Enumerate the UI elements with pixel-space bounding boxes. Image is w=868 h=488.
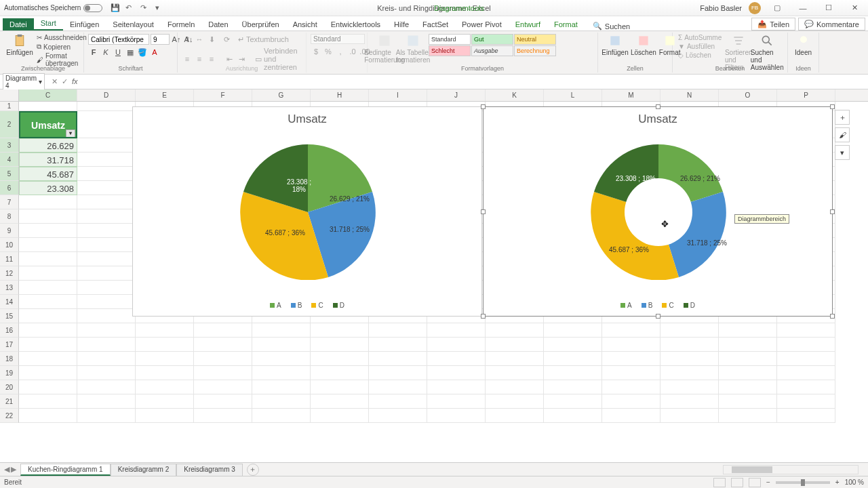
cell[interactable] <box>19 266 77 281</box>
font-name-select[interactable] <box>88 34 149 45</box>
resize-handle[interactable] <box>830 104 835 109</box>
cell[interactable] <box>19 323 77 338</box>
cell[interactable] <box>719 394 777 409</box>
cell[interactable] <box>544 366 602 380</box>
cell[interactable] <box>77 352 136 366</box>
comma-button[interactable]: , <box>335 46 346 57</box>
fill-color-button[interactable]: 🪣 <box>137 47 148 58</box>
cell[interactable] <box>19 352 77 366</box>
cell[interactable] <box>486 409 544 423</box>
page-layout-view-button[interactable] <box>731 478 743 487</box>
cell[interactable] <box>369 380 427 394</box>
chart-filters-button[interactable]: ▾ <box>835 145 850 160</box>
insert-cells-button[interactable]: Einfügen <box>602 34 628 56</box>
add-sheet-button[interactable]: ＋ <box>247 464 259 476</box>
resize-handle[interactable] <box>830 209 835 214</box>
resize-handle[interactable] <box>481 209 486 214</box>
col-header[interactable]: N <box>660 89 719 101</box>
cell[interactable] <box>427 352 486 366</box>
minimize-button[interactable]: — <box>793 4 812 12</box>
sheet-next-button[interactable]: ▶ <box>11 465 16 474</box>
cell[interactable] <box>77 323 136 338</box>
row-header[interactable]: 20 <box>0 380 19 394</box>
resize-handle[interactable] <box>656 104 660 109</box>
cell[interactable] <box>19 309 77 323</box>
cell[interactable] <box>486 394 544 409</box>
cell[interactable] <box>602 380 660 394</box>
cell[interactable] <box>311 338 369 352</box>
paste-button[interactable]: Einfügen <box>7 34 33 56</box>
cell[interactable] <box>369 352 427 366</box>
col-header[interactable]: D <box>77 89 136 101</box>
cell[interactable] <box>544 323 602 338</box>
row-header[interactable]: 1 <box>0 102 19 111</box>
col-header[interactable]: G <box>252 89 311 101</box>
style-schlecht[interactable]: Schlecht <box>429 45 471 56</box>
col-header[interactable]: F <box>194 89 252 101</box>
fx-button[interactable]: fx <box>72 77 78 86</box>
qat-custom-icon[interactable]: ▾ <box>155 3 165 13</box>
percent-button[interactable]: % <box>323 46 334 57</box>
cell[interactable] <box>660 409 719 423</box>
align-right-button[interactable]: ≡ <box>206 54 217 64</box>
cell[interactable] <box>19 394 77 409</box>
orientation-button[interactable]: ⟳ <box>224 35 230 44</box>
chart-elements-button[interactable]: ＋ <box>835 110 850 125</box>
cell[interactable] <box>369 394 427 409</box>
cell[interactable] <box>486 352 544 366</box>
italic-button[interactable]: K <box>100 47 111 58</box>
cell[interactable] <box>77 338 136 352</box>
row-header[interactable]: 17 <box>0 338 19 352</box>
col-header[interactable]: I <box>369 89 427 101</box>
cell[interactable] <box>77 111 136 138</box>
cell[interactable] <box>194 352 252 366</box>
increase-decimal-button[interactable]: .0 <box>347 46 358 57</box>
copy-button[interactable]: ⧉Kopieren <box>35 43 88 51</box>
share-button[interactable]: 📤Teilen <box>751 18 795 30</box>
cell[interactable] <box>427 380 486 394</box>
sheet-tab[interactable]: Kuchen-Ringdiagramm 1 <box>20 464 111 476</box>
avatar[interactable]: FB <box>749 2 761 14</box>
style-neutral[interactable]: Neutral <box>514 34 556 45</box>
col-header[interactable]: M <box>602 89 660 101</box>
increase-indent-button[interactable]: ⇥ <box>236 54 247 64</box>
autosum-button[interactable]: ΣAutoSumme <box>677 34 723 41</box>
border-button[interactable]: ▦ <box>125 47 136 58</box>
cell[interactable] <box>194 366 252 380</box>
cell[interactable] <box>427 366 486 380</box>
save-icon[interactable]: 💾 <box>111 3 120 13</box>
style-ausgabe[interactable]: Ausgabe <box>471 45 513 56</box>
style-gut[interactable]: Gut <box>471 34 513 45</box>
cell[interactable] <box>602 409 660 423</box>
cell[interactable]: Umsatz <box>19 111 77 138</box>
cell[interactable] <box>19 209 77 224</box>
col-header[interactable]: L <box>544 89 602 101</box>
cell[interactable] <box>77 152 136 167</box>
tab-ueberpruefen[interactable]: Überprüfen <box>235 18 286 30</box>
cell[interactable] <box>660 366 719 380</box>
select-all-triangle[interactable] <box>0 89 19 101</box>
cell[interactable]: 45.687 <box>19 167 77 181</box>
cell[interactable] <box>311 352 369 366</box>
cell[interactable] <box>77 281 136 295</box>
row-header[interactable]: 11 <box>0 252 19 266</box>
row-header[interactable]: 12 <box>0 266 19 281</box>
cell[interactable] <box>19 409 77 423</box>
clear-button[interactable]: ◇Löschen <box>677 52 723 59</box>
cell[interactable] <box>77 224 136 238</box>
chart-styles-button[interactable]: 🖌 <box>835 127 850 142</box>
row-header[interactable]: 18 <box>0 352 19 366</box>
number-format-select[interactable] <box>311 34 365 44</box>
tab-einfuegen[interactable]: Einfügen <box>63 18 106 30</box>
cell[interactable] <box>660 352 719 366</box>
cell[interactable] <box>660 394 719 409</box>
user-name[interactable]: Fabio Basler <box>700 4 742 12</box>
cell[interactable] <box>77 209 136 224</box>
row-header[interactable]: 13 <box>0 281 19 295</box>
cell[interactable] <box>77 295 136 309</box>
row-header[interactable]: 19 <box>0 366 19 380</box>
cell[interactable] <box>311 366 369 380</box>
cell[interactable] <box>427 323 486 338</box>
cell[interactable] <box>719 380 777 394</box>
cell[interactable]: 26.629 <box>19 138 77 152</box>
